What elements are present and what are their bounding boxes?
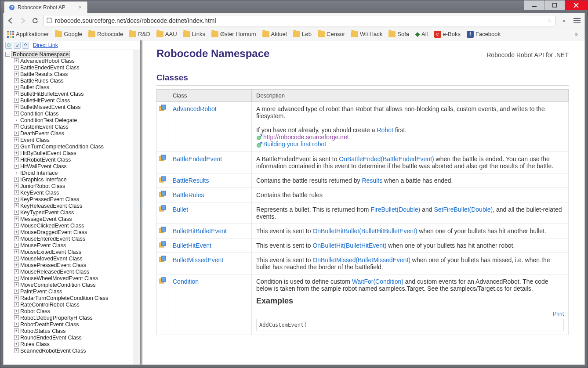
tree-item[interactable]: +ScannedRobotEvent Class xyxy=(14,347,139,354)
overflow-icon[interactable]: » xyxy=(559,17,569,24)
inline-link[interactable]: OnBattleEnded(BattleEndedEvent) xyxy=(339,155,434,162)
class-link[interactable]: BulletHitEvent xyxy=(173,242,211,249)
inline-link[interactable]: Results xyxy=(362,177,382,184)
tree-item[interactable]: +MouseDraggedEvent Class xyxy=(14,229,139,235)
expand-icon[interactable]: + xyxy=(14,315,19,320)
expand-icon[interactable]: + xyxy=(14,144,19,149)
class-link[interactable]: AdvancedRobot xyxy=(173,105,217,112)
expand-icon[interactable]: + xyxy=(14,124,19,129)
bookmark-folder[interactable]: AAU xyxy=(156,31,177,37)
inline-link[interactable]: OnBulletHit(BulletHitEvent) xyxy=(312,242,386,249)
expand-icon[interactable]: + xyxy=(14,249,19,254)
expand-icon[interactable]: + xyxy=(14,289,19,294)
bookmark-facebook[interactable]: fFacebook xyxy=(467,31,501,38)
tree-item[interactable]: ▪ConditionTest Delegate xyxy=(14,117,139,123)
class-link[interactable]: Condition xyxy=(173,278,199,285)
tree-item[interactable]: +IGraphics Interface xyxy=(14,176,139,183)
tree-item[interactable]: +Bullet Class xyxy=(14,84,139,90)
expand-icon[interactable]: + xyxy=(14,256,19,261)
tree-item[interactable]: +MouseEnteredEvent Class xyxy=(14,235,139,242)
window-minimize-button[interactable] xyxy=(524,0,544,10)
bookmarks-overflow-icon[interactable]: » xyxy=(571,31,581,37)
bookmark-star-icon[interactable]: ☆ xyxy=(547,17,552,24)
tree-item[interactable]: +MoveCompleteCondition Class xyxy=(14,281,139,288)
expand-icon[interactable]: + xyxy=(14,111,19,116)
expand-icon[interactable]: + xyxy=(14,216,19,221)
sync-icon[interactable] xyxy=(5,42,12,49)
expand-icon[interactable]: + xyxy=(14,282,19,287)
expand-icon[interactable]: + xyxy=(14,328,19,333)
tree-item[interactable]: +Robot.DebugPropertyH Class xyxy=(14,314,139,321)
expand-icon[interactable]: + xyxy=(14,164,19,169)
bookmark-eboks[interactable]: ee-Boks xyxy=(434,31,461,38)
tree-item[interactable]: +RoundEndedEvent Class xyxy=(14,334,139,341)
expand-icon[interactable]: + xyxy=(14,309,19,314)
tree-item[interactable]: +MouseMovedEvent Class xyxy=(14,255,139,262)
tree-item[interactable]: +PaintEvent Class xyxy=(14,288,139,295)
tree-item[interactable]: +BulletHitBulletEvent Class xyxy=(14,90,139,97)
collapse-icon[interactable] xyxy=(14,42,21,49)
expand-icon[interactable]: + xyxy=(14,236,19,241)
bookmark-folder[interactable]: Aktuel xyxy=(262,31,287,37)
class-link[interactable]: Bullet xyxy=(173,206,188,213)
expand-icon[interactable]: + xyxy=(14,78,19,83)
direct-link[interactable]: Direct Link xyxy=(33,42,58,48)
tree-item[interactable]: +HitWallEvent Class xyxy=(14,163,139,170)
inline-link[interactable]: Robot xyxy=(377,126,393,133)
external-link[interactable]: Building your first robot xyxy=(263,141,326,148)
tree-item[interactable]: +RateControlRobot Class xyxy=(14,301,139,308)
external-link[interactable]: http://robocode.sourceforge.net xyxy=(263,133,349,141)
apps-shortcut[interactable]: Applikationer xyxy=(7,31,49,38)
tree-item[interactable]: +JuniorRobot Class xyxy=(14,183,139,189)
expand-icon[interactable]: + xyxy=(14,302,19,307)
tree-item[interactable]: +RobotDeathEvent Class xyxy=(14,321,139,328)
tree-item[interactable]: +MouseWheelMovedEvent Class xyxy=(14,275,139,281)
tree-item[interactable]: +MousePressedEvent Class xyxy=(14,262,139,268)
bookmark-folder[interactable]: Wii Hack xyxy=(351,31,382,37)
bookmark-folder[interactable]: Censor xyxy=(318,31,345,37)
tree-item[interactable]: +CustomEvent Class xyxy=(14,123,139,130)
print-link[interactable]: Print xyxy=(553,311,564,317)
expand-icon[interactable]: + xyxy=(14,203,19,208)
tree-item[interactable]: +Rules Class xyxy=(14,341,139,347)
class-link[interactable]: BattleRules xyxy=(173,191,204,198)
bookmark-folder[interactable]: Links xyxy=(183,31,205,37)
tree-item[interactable]: +KeyPressedEvent Class xyxy=(14,196,139,202)
expand-icon[interactable]: + xyxy=(14,223,19,228)
bookmark-folder[interactable]: Google xyxy=(55,31,82,37)
expand-icon[interactable] xyxy=(22,42,29,49)
tree-item[interactable]: +BattleEndedEvent Class xyxy=(14,64,139,71)
expand-icon[interactable]: + xyxy=(14,276,19,281)
class-link[interactable]: BattleResults xyxy=(173,177,209,184)
expand-icon[interactable]: + xyxy=(14,197,19,202)
tree-item[interactable]: +HitRobotEvent Class xyxy=(14,156,139,163)
expand-icon[interactable]: + xyxy=(14,98,19,103)
tree-item[interactable]: +Robot Class xyxy=(14,308,139,314)
expand-icon[interactable]: + xyxy=(14,72,19,76)
expand-icon[interactable]: + xyxy=(14,137,19,142)
expand-icon[interactable]: + xyxy=(14,342,19,346)
inline-link[interactable]: WaitFor(Condition) xyxy=(352,278,403,285)
expand-icon[interactable]: + xyxy=(14,335,19,340)
expand-icon[interactable]: + xyxy=(14,269,19,274)
tree-item[interactable]: +MouseEvent Class xyxy=(14,242,139,249)
expand-icon[interactable]: + xyxy=(14,85,19,90)
expand-icon[interactable]: + xyxy=(14,190,19,195)
tree-item[interactable]: +MessageEvent Class xyxy=(14,216,139,222)
inline-link[interactable]: OnBulletMissed(BulletMissedEvent) xyxy=(312,256,410,263)
class-link[interactable]: BulletHitBulletEvent xyxy=(173,227,227,235)
bookmark-all[interactable]: ◆All xyxy=(415,31,428,37)
forward-button[interactable] xyxy=(18,16,27,25)
expand-icon[interactable]: + xyxy=(14,91,19,96)
expand-icon[interactable]: + xyxy=(14,151,19,155)
url-input[interactable] xyxy=(55,17,544,24)
tree-item[interactable]: +MouseReleasedEvent Class xyxy=(14,268,139,275)
window-close-button[interactable] xyxy=(565,0,588,10)
tree-item[interactable]: +MouseClickedEvent Class xyxy=(14,222,139,229)
scrollbar[interactable] xyxy=(133,50,140,364)
expand-icon[interactable]: + xyxy=(14,65,19,70)
main-content[interactable]: Robocode Namespace Robocode Robot API fo… xyxy=(141,40,584,364)
tree-item[interactable]: +Condition Class xyxy=(14,110,139,117)
bookmark-folder[interactable]: Sofa xyxy=(388,31,409,37)
expand-icon[interactable]: + xyxy=(14,177,19,182)
